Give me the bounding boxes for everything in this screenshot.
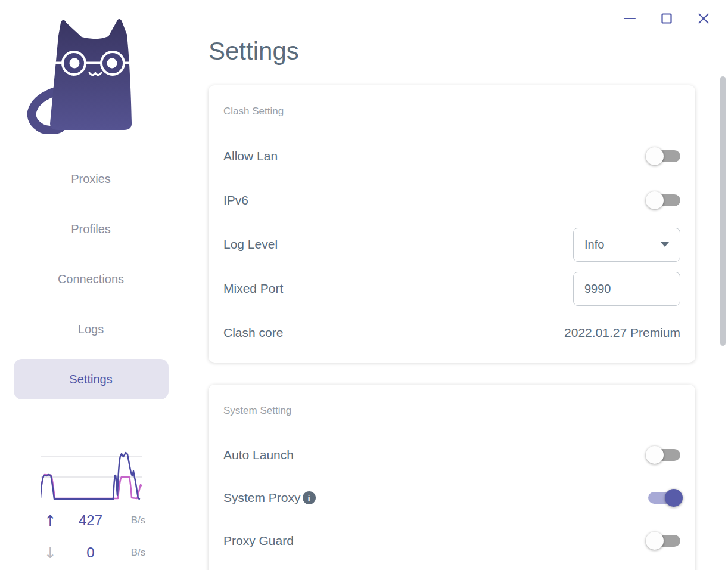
toggle-knob	[646, 532, 664, 550]
up-arrow-icon: ↑	[37, 513, 64, 528]
upload-speed-value: 427	[64, 512, 117, 529]
download-speed-unit: B/s	[117, 547, 159, 559]
setting-row-proxy-guard: Proxy Guard	[223, 519, 680, 562]
setting-label: Log Level	[223, 237, 278, 252]
ipv6-toggle[interactable]	[648, 194, 680, 206]
app-window: Proxies Profiles Connections Logs Settin…	[0, 0, 728, 570]
auto-launch-toggle[interactable]	[648, 449, 680, 461]
page-title: Settings	[209, 37, 299, 66]
setting-label-text: System Proxy	[223, 491, 301, 505]
mixed-port-input[interactable]	[573, 272, 680, 306]
setting-label: System Proxy	[223, 491, 316, 505]
setting-label: Mixed Port	[223, 281, 283, 296]
setting-row-auto-launch: Auto Launch	[223, 433, 680, 476]
minimize-icon	[623, 11, 637, 26]
down-arrow-icon: ↓	[37, 546, 64, 560]
setting-label: IPv6	[223, 193, 248, 207]
sidebar-item-connections[interactable]: Connections	[14, 259, 169, 299]
scrollbar-thumb[interactable]	[720, 76, 726, 346]
toggle-knob	[646, 191, 664, 209]
toggle-knob	[665, 489, 683, 507]
toggle-knob	[646, 446, 664, 464]
download-speed-row: ↓ 0 B/s	[0, 543, 182, 563]
card-header: System Setting	[223, 405, 680, 417]
traffic-graph	[41, 451, 142, 502]
setting-label: Clash core	[223, 326, 283, 340]
clash-core-version: 2022.01.27 Premium	[564, 326, 680, 340]
clash-cat-logo-icon	[24, 15, 143, 134]
window-controls	[622, 10, 711, 27]
card-header: Clash Setting	[223, 106, 680, 117]
clash-setting-card: Clash Setting Allow Lan IPv6 Log Level I…	[209, 85, 695, 363]
upload-speed-row: ↑ 427 B/s	[0, 510, 182, 531]
sidebar-nav: Proxies Profiles Connections Logs Settin…	[0, 159, 182, 399]
setting-row-clash-core: Clash core 2022.01.27 Premium	[223, 311, 680, 355]
setting-row-allow-lan: Allow Lan	[223, 134, 680, 178]
close-icon	[696, 11, 711, 26]
chevron-down-icon	[661, 242, 669, 247]
sidebar-item-profiles[interactable]: Profiles	[14, 209, 169, 249]
minimize-button[interactable]	[622, 10, 637, 27]
traffic-panel: ↑ 427 B/s ↓ 0 B/s	[0, 451, 182, 563]
upload-line	[41, 453, 140, 499]
info-icon[interactable]	[303, 491, 316, 504]
download-line	[41, 475, 142, 498]
proxy-guard-toggle[interactable]	[648, 535, 680, 547]
close-button[interactable]	[696, 10, 711, 27]
log-level-select[interactable]: Info	[573, 228, 680, 262]
sidebar-item-logs[interactable]: Logs	[14, 309, 169, 349]
system-proxy-toggle[interactable]	[648, 492, 680, 504]
sidebar-item-settings[interactable]: Settings	[14, 359, 169, 399]
system-setting-card: System Setting Auto Launch System Proxy …	[209, 385, 695, 570]
log-level-selected-value: Info	[584, 238, 604, 252]
setting-row-ipv6: IPv6	[223, 178, 680, 222]
setting-label: Proxy Guard	[223, 534, 294, 548]
setting-row-log-level: Log Level Info	[223, 222, 680, 267]
setting-label: Allow Lan	[223, 149, 278, 163]
toggle-knob	[646, 147, 664, 165]
maximize-button[interactable]	[659, 10, 674, 27]
maximize-icon	[659, 11, 674, 26]
setting-label: Auto Launch	[223, 448, 294, 462]
sidebar-item-proxies[interactable]: Proxies	[14, 159, 169, 199]
setting-row-system-proxy: System Proxy	[223, 476, 680, 519]
upload-speed-unit: B/s	[117, 515, 159, 526]
download-speed-value: 0	[64, 544, 117, 561]
allow-lan-toggle[interactable]	[648, 150, 680, 162]
setting-row-mixed-port: Mixed Port	[223, 267, 680, 311]
